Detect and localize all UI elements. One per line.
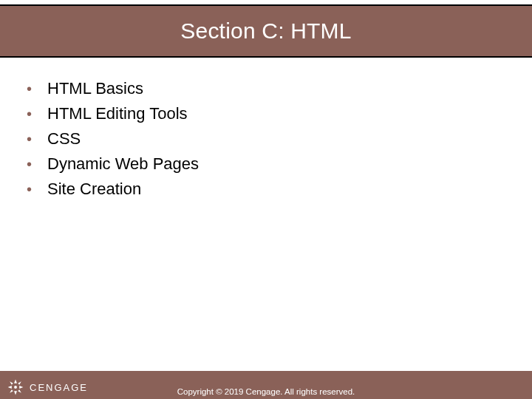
- copyright-text: Copyright © 2019 Cengage. All rights res…: [0, 387, 532, 396]
- bullet-list: • HTML Basics • HTML Editing Tools • CSS…: [27, 78, 505, 200]
- bullet-text: Dynamic Web Pages: [47, 154, 199, 174]
- list-item: • Site Creation: [27, 179, 505, 200]
- bullet-text: HTML Editing Tools: [47, 103, 188, 124]
- bullet-icon: •: [27, 179, 34, 200]
- title-band: Section C: HTML: [0, 4, 532, 58]
- bullet-icon: •: [27, 103, 34, 124]
- content-area: • HTML Basics • HTML Editing Tools • CSS…: [0, 58, 532, 200]
- list-item: • Dynamic Web Pages: [27, 154, 505, 174]
- bullet-text: HTML Basics: [47, 78, 143, 99]
- bullet-icon: •: [27, 78, 34, 99]
- list-item: • HTML Basics: [27, 78, 505, 99]
- footer-bar: CENGAGE Copyright © 2019 Cengage. All ri…: [0, 371, 532, 399]
- slide-title: Section C: HTML: [180, 18, 351, 44]
- bullet-text: CSS: [47, 129, 81, 149]
- list-item: • HTML Editing Tools: [27, 103, 505, 124]
- slide: Section C: HTML • HTML Basics • HTML Edi…: [0, 4, 532, 399]
- bullet-icon: •: [27, 129, 34, 149]
- bullet-text: Site Creation: [47, 179, 141, 200]
- list-item: • CSS: [27, 129, 505, 149]
- bullet-icon: •: [27, 154, 34, 174]
